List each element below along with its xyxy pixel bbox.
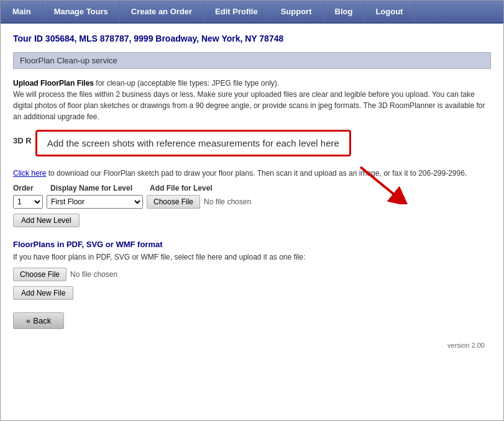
- level-row-1: 1 2 3 First Floor Second Floor Third Flo…: [13, 195, 491, 209]
- pdf-no-file-text: No file chosen: [70, 270, 117, 279]
- back-row: « Back: [13, 300, 491, 329]
- back-chevrons: «: [26, 316, 30, 325]
- pdf-title: FloorPlans in PDF, SVG or WMF format: [13, 240, 491, 249]
- col-addfile-label: Add File for Level: [150, 184, 274, 192]
- main-content: Tour ID 305684, MLS 878787, 9999 Broadwa…: [1, 24, 503, 359]
- nav-edit-profile[interactable]: Edit Profile: [204, 1, 270, 22]
- upload-bold: Upload FloorPlan Files: [13, 79, 94, 88]
- pdf-section: FloorPlans in PDF, SVG or WMF format If …: [13, 240, 491, 300]
- no-file-chosen-text: No file chosen: [204, 197, 251, 206]
- upload-line2: We will process the files within 2 busin…: [13, 90, 485, 121]
- nav-create-order[interactable]: Create an Order: [120, 1, 204, 22]
- back-button[interactable]: « Back: [13, 312, 64, 329]
- back-label: Back: [33, 316, 51, 325]
- click-here-line: Click here to download our FloorPlan ske…: [13, 169, 491, 178]
- highlight-section: 3D R Add the screen shots with reference…: [13, 130, 491, 163]
- tour-id: Tour ID 305684, MLS 878787, 9999 Broadwa…: [13, 34, 491, 43]
- navigation: Main Manage Tours Create an Order Edit P…: [1, 1, 503, 24]
- red-arrow-icon: [354, 164, 410, 204]
- add-level-button[interactable]: Add New Level: [13, 214, 80, 227]
- highlight-box: Add the screen shots with reference meas…: [35, 130, 351, 156]
- add-file-button[interactable]: Add New File: [13, 286, 73, 300]
- pdf-file-row: Choose File No file chosen: [13, 268, 491, 281]
- choose-file-button[interactable]: Choose File: [147, 195, 200, 209]
- svg-line-1: [360, 167, 401, 200]
- pdf-choose-file-button[interactable]: Choose File: [13, 268, 66, 281]
- display-name-select[interactable]: First Floor Second Floor Third Floor Bas…: [47, 195, 143, 209]
- nav-manage-tours[interactable]: Manage Tours: [43, 1, 120, 22]
- nav-main[interactable]: Main: [1, 1, 43, 22]
- nav-support[interactable]: Support: [270, 1, 324, 22]
- version-text: version 2.00: [13, 342, 491, 349]
- section-header: FloorPlan Clean-up service: [13, 52, 491, 69]
- upload-info: Upload FloorPlan Files for clean-up (acc…: [13, 78, 491, 122]
- highlight-text: Add the screen shots with reference meas…: [47, 138, 339, 148]
- three-d-label: 3D R: [13, 136, 32, 145]
- col-order-label: Order: [13, 184, 50, 192]
- form-header: Order Display Name for Level Add File fo…: [13, 184, 491, 192]
- order-select[interactable]: 1 2 3: [13, 195, 43, 209]
- upload-rest: for clean-up (acceptable file types: JPE…: [94, 79, 279, 88]
- level-form: Order Display Name for Level Add File fo…: [13, 184, 491, 227]
- pdf-description: If you have floor plans in PDF, SVG or W…: [13, 253, 491, 261]
- nav-logout[interactable]: Logout: [364, 1, 415, 22]
- add-file-row: Add New File: [13, 285, 491, 300]
- click-here-link[interactable]: Click here: [13, 169, 46, 178]
- col-display-label: Display Name for Level: [50, 184, 150, 192]
- add-level-row: Add New Level: [13, 212, 491, 227]
- nav-blog[interactable]: Blog: [324, 1, 365, 22]
